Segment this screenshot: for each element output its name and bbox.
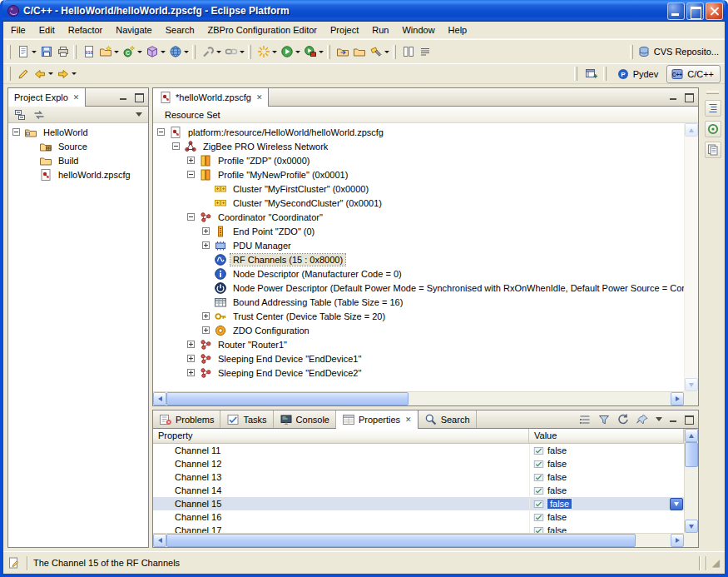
new-class-button[interactable]: C	[121, 43, 144, 60]
forward-button[interactable]	[55, 66, 78, 82]
forward-dropdown-icon[interactable]	[72, 72, 77, 75]
print-button[interactable]	[55, 43, 72, 60]
tree-item-sleeping-end-device-enddevice1[interactable]: Sleeping End Device "EndDevice1"	[153, 351, 684, 366]
menu-navigate[interactable]: Navigate	[109, 22, 158, 38]
make-targets-button[interactable]	[705, 121, 721, 137]
collapse-icon[interactable]	[172, 142, 180, 150]
tree-item-build[interactable]: Build	[8, 153, 148, 167]
column-header-property[interactable]: Property	[153, 429, 529, 444]
toolbar-grip[interactable]	[630, 45, 633, 59]
expand-icon[interactable]	[187, 341, 195, 348]
new-project-dropdown-icon[interactable]	[114, 51, 119, 53]
toggle-columns-button[interactable]	[400, 43, 417, 60]
menu-help[interactable]: Help	[442, 22, 474, 38]
collapse-icon[interactable]	[187, 171, 195, 178]
tree-item-zdo-configuration[interactable]: ZDO Configuration	[153, 323, 684, 337]
show-categories-button[interactable]	[577, 411, 593, 428]
build-all-button[interactable]: 010	[81, 43, 97, 60]
perspective-pydev[interactable]: PPydev	[612, 65, 666, 83]
collapse-icon[interactable]	[187, 213, 195, 221]
property-value-cell[interactable]: false	[529, 470, 684, 484]
open-element-button[interactable]	[144, 43, 167, 60]
toolbar-grip[interactable]	[393, 45, 396, 59]
resize-grip-icon[interactable]: ◢	[712, 559, 721, 567]
expand-icon[interactable]	[202, 326, 210, 334]
external-tools-dropdown-icon[interactable]	[319, 51, 324, 53]
menu-project[interactable]: Project	[324, 22, 365, 38]
tree-item-pdu-manager[interactable]: PDU Manager	[153, 238, 684, 252]
maximize-button[interactable]	[686, 2, 704, 20]
last-edit-location-button[interactable]	[15, 66, 32, 82]
perspective-grip[interactable]	[574, 67, 577, 81]
property-row-channel-12[interactable]: Channel 12false	[153, 457, 684, 470]
toolbar-grip[interactable]	[327, 45, 330, 59]
open-web-browser-dropdown-icon[interactable]	[184, 51, 189, 53]
editor-vertical-scrollbar[interactable]	[684, 123, 698, 391]
close-button[interactable]	[706, 2, 723, 20]
tree-item-cluster-mysecondcluster-0x0001[interactable]: Cluster "MySecondCluster" (0x0001)	[153, 196, 684, 210]
scroll-thumb[interactable]	[166, 534, 636, 547]
expand-icon[interactable]	[187, 355, 195, 362]
debug-dropdown-icon[interactable]	[272, 51, 277, 53]
toolbar-grip[interactable]	[192, 45, 196, 59]
tab-properties[interactable]: Properties✕	[336, 410, 418, 428]
expand-icon[interactable]	[202, 312, 210, 320]
menu-file[interactable]: File	[4, 22, 32, 38]
editor-horizontal-scrollbar[interactable]	[153, 391, 684, 405]
scroll-track[interactable]	[685, 442, 698, 520]
tab-search[interactable]: Search	[418, 410, 477, 428]
tree-item-profile-mynewprofile-0x0001[interactable]: Profile "MyNewProfile" (0x0001)	[153, 167, 684, 182]
close-editor-icon[interactable]: ✕	[255, 93, 263, 102]
tab-problems[interactable]: Problems	[153, 410, 220, 428]
properties-vertical-scrollbar[interactable]	[684, 429, 698, 533]
tree-item-profile-zdp-0x0000[interactable]: Profile "ZDP" (0x0000)	[153, 153, 684, 167]
save-button[interactable]	[38, 43, 55, 60]
tab-tasks[interactable]: Tasks	[220, 410, 273, 428]
scroll-right-button[interactable]	[671, 392, 684, 405]
restore-default-button[interactable]	[615, 411, 631, 428]
open-project-button[interactable]	[351, 43, 368, 60]
scroll-right-button[interactable]	[671, 534, 684, 547]
tree-item-end-point-zdo-0[interactable]: End Point "ZDO" (0)	[153, 224, 684, 238]
open-element-dropdown-icon[interactable]	[161, 51, 166, 53]
scroll-track[interactable]	[166, 392, 671, 405]
property-row-channel-13[interactable]: Channel 13false	[153, 470, 684, 484]
expand-icon[interactable]	[202, 227, 210, 235]
scroll-track[interactable]	[685, 137, 698, 378]
menu-search[interactable]: Search	[159, 22, 201, 38]
fast-view-handle[interactable]	[706, 91, 719, 94]
tree-item-trust-center-device-table-size-20[interactable]: Trust Center (Device Table Size = 20)	[153, 309, 684, 323]
back-button[interactable]	[32, 66, 55, 82]
minimize-editor-icon[interactable]	[667, 92, 680, 102]
filter-properties-button[interactable]	[596, 411, 612, 428]
search-toolbar-button[interactable]	[368, 43, 391, 60]
properties-horizontal-scrollbar[interactable]	[153, 533, 684, 547]
new-dropdown-icon[interactable]	[32, 51, 37, 53]
property-value-cell[interactable]: false	[529, 497, 684, 510]
perspective-c-c[interactable]: C++C/C++	[666, 65, 721, 83]
close-tab-icon[interactable]: ✕	[404, 415, 412, 424]
menu-zbpro-configuration-editor[interactable]: ZBPro Configuration Editor	[201, 22, 324, 38]
search-toolbar-dropdown-icon[interactable]	[384, 51, 389, 53]
menu-refactor[interactable]: Refactor	[62, 22, 110, 38]
pin-view-button[interactable]	[634, 411, 651, 428]
scroll-thumb[interactable]	[685, 442, 698, 467]
scroll-down-button[interactable]	[685, 378, 698, 391]
title-bar[interactable]: C/C++ - HelloWorld/helloWorld.zpscfg - E…	[2, 0, 726, 22]
toolbar-grip[interactable]	[7, 67, 11, 81]
collapse-all-button[interactable]	[12, 107, 28, 123]
link-tools-button[interactable]	[223, 43, 246, 60]
tree-item-rf-channels-15-0x8000[interactable]: RF Channels (15 : 0x8000)	[153, 252, 684, 266]
minimize-button[interactable]	[667, 2, 685, 20]
outline-view-button[interactable]	[705, 100, 721, 117]
tree-item-router-router1[interactable]: Router "Router1"	[153, 337, 684, 351]
property-row-channel-14[interactable]: Channel 14false	[153, 484, 684, 497]
property-row-channel-17[interactable]: Channel 17false	[153, 524, 684, 533]
minimize-view-icon[interactable]	[117, 92, 130, 102]
open-resource-button[interactable]	[334, 43, 351, 60]
tree-item-helloworld[interactable]: HelloWorld	[8, 125, 148, 139]
scroll-left-button[interactable]	[153, 534, 166, 547]
property-row-channel-15[interactable]: Channel 15false	[153, 497, 684, 510]
property-value-cell[interactable]: false	[529, 510, 684, 524]
build-tools-button[interactable]	[200, 43, 223, 60]
